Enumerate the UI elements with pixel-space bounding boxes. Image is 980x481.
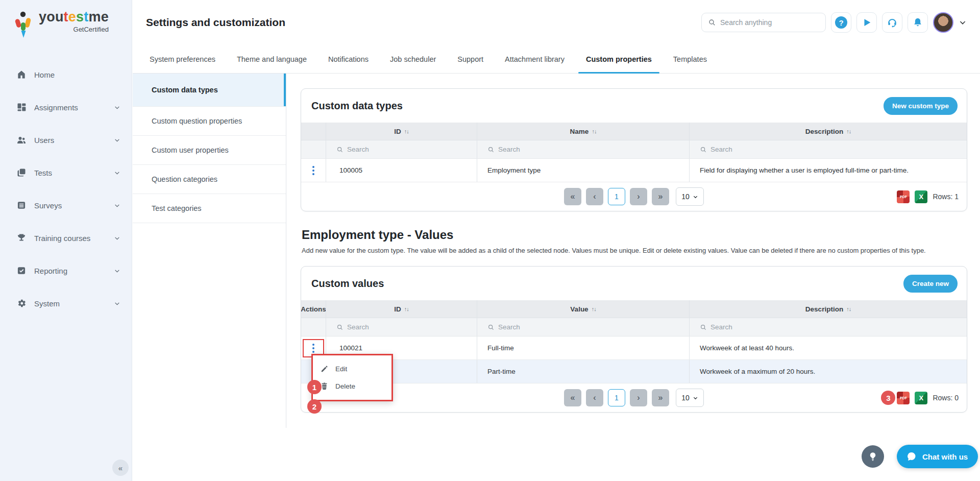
chevron-down-icon	[693, 395, 698, 401]
row-actions-kebab-icon[interactable]	[309, 341, 317, 356]
submenu-item-question-categories[interactable]: Question categories	[133, 165, 286, 194]
tab-templates[interactable]: Templates	[665, 45, 716, 73]
tab-attachment-library[interactable]: Attachment library	[496, 45, 573, 73]
table-search-row	[301, 318, 967, 336]
chevron-down-icon	[114, 300, 120, 307]
brand-logo[interactable]: youtestme GetCertified	[0, 0, 132, 44]
sidebar-item-reporting[interactable]: Reporting	[0, 254, 132, 287]
current-page[interactable]: 1	[608, 389, 625, 406]
column-value[interactable]: Value↑↓	[477, 300, 689, 318]
sort-icon: ↑↓	[846, 128, 851, 134]
first-page-button[interactable]: «	[564, 389, 581, 406]
submenu-item-custom-question-properties[interactable]: Custom question properties	[133, 107, 286, 136]
sort-icon: ↑↓	[592, 306, 596, 312]
context-menu-delete[interactable]: Delete	[320, 382, 391, 391]
search-icon	[487, 324, 495, 331]
sidebar-item-tests[interactable]: Tests	[0, 156, 132, 189]
description-search-input[interactable]	[710, 146, 924, 153]
cell-id: 100005	[326, 159, 477, 182]
tab-notifications[interactable]: Notifications	[320, 45, 377, 73]
column-name[interactable]: Name↑↓	[477, 123, 689, 140]
users-icon	[16, 135, 27, 145]
next-page-button[interactable]: ›	[630, 389, 647, 406]
sidebar-item-home[interactable]: Home	[0, 58, 132, 91]
sidebar-item-surveys[interactable]: Surveys	[0, 189, 132, 222]
custom-properties-submenu: Custom data types Custom question proper…	[133, 74, 286, 428]
previous-page-button[interactable]: ‹	[586, 389, 603, 406]
column-id[interactable]: ID↑↓	[326, 123, 477, 140]
chevron-down-icon	[114, 235, 120, 242]
create-new-button[interactable]: Create new	[903, 275, 958, 293]
export-pdf-icon[interactable]: PDF	[897, 392, 910, 404]
pencil-icon	[320, 365, 329, 373]
page-size-select[interactable]: 10	[676, 389, 704, 407]
avatar[interactable]	[933, 12, 953, 33]
new-custom-type-button[interactable]: New custom type	[884, 97, 958, 115]
value-search-input[interactable]	[498, 323, 659, 331]
sidebar-collapse-button[interactable]: «	[112, 460, 129, 476]
export-excel-icon[interactable]: X	[915, 190, 927, 203]
chat-with-us-button[interactable]: Chat with us	[897, 445, 978, 468]
description-search-input[interactable]	[710, 323, 924, 331]
previous-page-button[interactable]: ‹	[586, 188, 603, 205]
tab-system-preferences[interactable]: System preferences	[141, 45, 224, 73]
tutorial-button[interactable]	[856, 12, 877, 33]
help-button[interactable]: ?	[831, 12, 851, 33]
search-icon	[336, 324, 344, 331]
sidebar-item-training-courses[interactable]: Training courses	[0, 222, 132, 254]
tab-job-scheduler[interactable]: Job scheduler	[381, 45, 445, 73]
column-description[interactable]: Description↑↓	[689, 123, 967, 140]
support-button[interactable]	[882, 12, 902, 33]
cell-description: Workweek of a maximum of 20 hours.	[689, 360, 967, 383]
chevron-down-icon	[114, 170, 120, 176]
tab-support[interactable]: Support	[449, 45, 492, 73]
tab-theme-and-language[interactable]: Theme and language	[228, 45, 315, 73]
user-menu-button[interactable]	[959, 18, 967, 27]
last-page-button[interactable]: »	[652, 389, 669, 406]
chevron-down-icon	[114, 137, 120, 143]
topbar: Settings and customization ?	[133, 0, 980, 45]
sidebar-item-assignments[interactable]: Assignments	[0, 91, 132, 124]
custom-data-types-panel: Custom data types New custom type ID↑↓ N…	[301, 88, 967, 211]
id-search-input[interactable]	[347, 323, 459, 331]
submenu-item-custom-data-types[interactable]: Custom data types	[133, 74, 286, 107]
column-actions	[301, 123, 326, 140]
values-section-title: Employment type - Values	[302, 228, 967, 242]
name-search-input[interactable]	[498, 146, 659, 153]
tips-button[interactable]	[862, 445, 884, 468]
search-icon	[700, 324, 707, 331]
context-menu-edit[interactable]: Edit	[320, 365, 391, 373]
page-size-select[interactable]: 10	[676, 187, 704, 206]
cell-description: Workweek of at least 40 hours.	[689, 336, 967, 359]
current-page[interactable]: 1	[608, 188, 625, 205]
search-icon	[336, 146, 344, 153]
next-page-button[interactable]: ›	[630, 188, 647, 205]
submenu-item-custom-user-properties[interactable]: Custom user properties	[133, 136, 286, 165]
chevron-down-icon	[114, 202, 120, 209]
tests-icon	[16, 167, 27, 178]
chevron-down-icon	[959, 18, 967, 27]
submenu-item-test-categories[interactable]: Test categories	[133, 194, 286, 223]
global-search[interactable]	[701, 13, 826, 32]
column-description[interactable]: Description↑↓	[689, 300, 967, 318]
trophy-icon	[16, 233, 27, 243]
assignments-icon	[16, 102, 27, 112]
table-search-row	[301, 140, 967, 159]
tab-custom-properties[interactable]: Custom properties	[577, 45, 660, 73]
first-page-button[interactable]: «	[564, 188, 581, 205]
last-page-button[interactable]: »	[652, 188, 669, 205]
youtestme-logo-icon	[14, 11, 34, 40]
global-search-input[interactable]	[720, 18, 819, 27]
sidebar-item-system[interactable]: System	[0, 287, 132, 320]
column-actions: Actions	[301, 300, 326, 318]
bell-icon	[912, 17, 923, 28]
export-excel-icon[interactable]: X	[915, 392, 927, 404]
id-search-input[interactable]	[347, 146, 459, 153]
annotation-step-1: 1	[307, 380, 322, 394]
sort-icon: ↑↓	[404, 128, 409, 134]
row-actions-kebab-icon[interactable]	[309, 163, 317, 178]
export-pdf-icon[interactable]: PDF	[897, 190, 910, 203]
notifications-button[interactable]	[908, 12, 928, 33]
sidebar-item-users[interactable]: Users	[0, 124, 132, 156]
column-id[interactable]: ID↑↓	[326, 300, 477, 318]
